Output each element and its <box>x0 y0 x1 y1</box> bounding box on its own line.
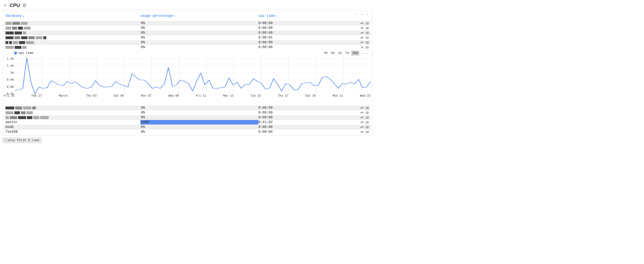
chart-legend: cpu time <box>14 51 33 55</box>
x-tick: Sat 19 <box>306 94 316 98</box>
range-7d[interactable]: 7d <box>344 51 350 56</box>
list-icon[interactable] <box>365 130 369 134</box>
x-tick: March <box>59 94 68 98</box>
section-title: CPU <box>10 2 20 9</box>
sparkline-icon[interactable] <box>360 26 364 30</box>
y-tick: 1m <box>10 71 14 75</box>
table-row: 0%0:00:01 <box>4 35 371 40</box>
time-range-picker: 4h8h1d7d28d... <box>323 51 369 56</box>
list-icon[interactable] <box>365 45 369 49</box>
table-header-row: database usage percentage cpu time <box>4 10 371 21</box>
cell-usage: 0% <box>140 26 258 30</box>
sparkline-icon[interactable] <box>360 31 364 35</box>
table-body-top: 0%0:00:000%0:00:000%0:00:000%0:00:010%0:… <box>4 21 371 50</box>
cell-usage: 0% <box>140 40 258 45</box>
sparkline-icon[interactable] <box>360 116 364 120</box>
list-icon[interactable] <box>365 121 369 124</box>
cell-cpu-time: 0:00:00 <box>258 110 358 115</box>
x-tick: Wed 23 <box>360 94 370 98</box>
x-tick: Tue 15 <box>250 94 261 98</box>
sparkline-icon[interactable] <box>360 125 364 129</box>
cell-database <box>6 41 140 44</box>
usage-label: 100% <box>140 120 149 124</box>
cell-actions <box>358 36 369 40</box>
redacted-text <box>6 111 33 114</box>
cell-actions <box>358 31 369 35</box>
col-header-cpu-time-label: cpu time <box>258 14 274 18</box>
sparkline-icon[interactable] <box>360 41 364 44</box>
table-row: 0%0:00:00 <box>4 106 371 110</box>
range-4h[interactable]: 4h <box>323 51 329 56</box>
usage-label: 0% <box>140 116 145 119</box>
chart-plot-area[interactable] <box>15 56 371 94</box>
cell-usage: 0% <box>140 30 258 35</box>
pagination-pill[interactable]: only first 5 rows <box>2 137 42 143</box>
redacted-text <box>6 116 49 119</box>
list-icon[interactable] <box>365 21 369 25</box>
sparkline-icon[interactable] <box>360 130 364 134</box>
list-icon[interactable] <box>365 36 369 40</box>
cell-database <box>6 22 140 25</box>
list-icon[interactable] <box>365 111 369 115</box>
list-icon[interactable] <box>365 125 369 129</box>
cell-cpu-time: 0:00:00 <box>258 106 358 110</box>
x-tick: Mar 13 <box>223 94 234 98</box>
info-icon[interactable]: i <box>22 3 26 7</box>
table-row: 0%0:00:00 <box>4 110 371 115</box>
sparkline-icon[interactable] <box>360 121 364 124</box>
range-1d[interactable]: 1d <box>337 51 343 56</box>
cell-usage: 0% <box>140 110 258 115</box>
cell-usage: 0% <box>140 125 258 130</box>
y-axis: 1.2m1.1m1m0.9m0.8m0.7m <box>4 56 15 94</box>
cell-actions <box>358 116 369 120</box>
cell-usage: 0% <box>140 115 258 120</box>
cell-database: TaskDB <box>6 130 140 134</box>
section-header: CPU i <box>2 1 372 10</box>
cell-actions <box>358 121 369 124</box>
sparkline-icon[interactable] <box>360 111 364 115</box>
sparkline-icon[interactable] <box>360 21 364 25</box>
cell-cpu-time: 0:00:00 <box>258 40 358 45</box>
panel-menu-icon[interactable]: . . . <box>354 11 370 16</box>
table-row: msdb0%0:00:00 <box>4 125 371 130</box>
cell-actions <box>358 45 369 49</box>
col-header-database[interactable]: database <box>6 14 140 18</box>
usage-label: 0% <box>140 26 145 30</box>
range-more-icon[interactable]: ... <box>360 51 369 56</box>
pagination-label: only first 5 rows <box>8 138 40 142</box>
cell-cpu-time: 0:00:00 <box>258 30 358 35</box>
x-tick: Fri 25 <box>4 94 14 98</box>
col-header-usage[interactable]: usage percentage <box>140 14 258 18</box>
list-icon[interactable] <box>365 116 369 120</box>
sparkline-icon[interactable] <box>360 36 364 40</box>
redacted-text <box>6 41 34 44</box>
cell-database: msdb <box>6 125 140 130</box>
list-icon[interactable] <box>365 106 369 110</box>
list-icon[interactable] <box>365 26 369 30</box>
list-icon[interactable] <box>365 31 369 35</box>
double-chevron-up-icon <box>5 139 6 142</box>
redacted-text <box>6 107 36 109</box>
cell-usage: 0% <box>140 45 258 50</box>
table-row: 0%0:00:00 <box>4 30 371 35</box>
cell-actions <box>358 26 369 30</box>
usage-label: 0% <box>140 106 145 110</box>
col-header-cpu-time[interactable]: cpu time <box>258 14 369 18</box>
list-icon[interactable] <box>365 41 369 44</box>
cell-cpu-time: 0:41:02 <box>258 120 358 125</box>
sparkline-icon[interactable] <box>360 106 364 110</box>
table-row: master100%0:41:02 <box>4 120 371 125</box>
cell-usage: 0% <box>140 35 258 40</box>
cell-cpu-time: 0:00:00 <box>258 45 358 50</box>
range-8h[interactable]: 8h <box>330 51 336 56</box>
y-tick: 1.1m <box>7 64 14 68</box>
cell-usage: 0% <box>140 21 258 26</box>
redacted-text <box>6 22 28 25</box>
sort-desc-icon <box>276 14 277 18</box>
close-icon[interactable] <box>360 45 364 49</box>
collapse-toggle[interactable] <box>3 3 7 7</box>
x-axis: Fri 25Feb 27MarchThu 03Sat 05Mon 07Wed 0… <box>4 94 371 98</box>
usage-label: 0% <box>140 36 145 39</box>
range-28d[interactable]: 28d <box>351 51 359 56</box>
cell-cpu-time: 0:00:00 <box>258 130 358 134</box>
